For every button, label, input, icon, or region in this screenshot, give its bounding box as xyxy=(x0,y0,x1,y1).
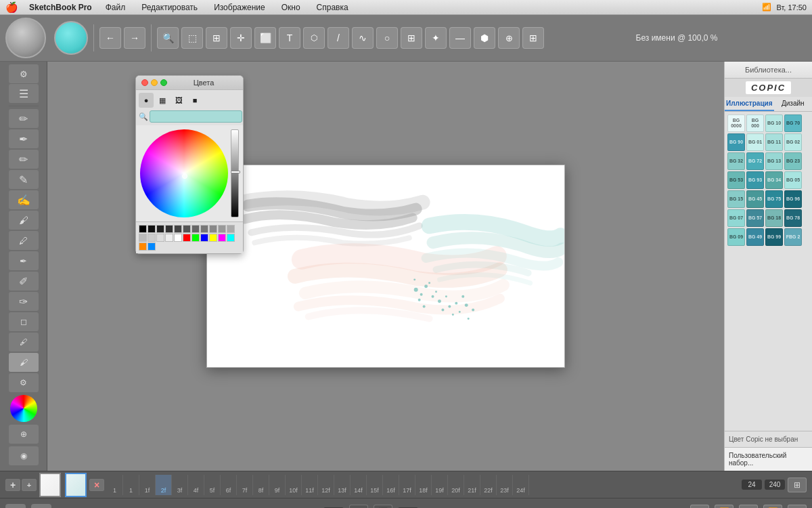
color-wheel[interactable] xyxy=(140,129,228,217)
tool-extra-1[interactable]: ⚙ xyxy=(9,373,39,392)
frame-11[interactable]: 9f xyxy=(269,475,286,495)
frame-26[interactable]: 24f xyxy=(513,475,529,495)
copic-swatch-6[interactable]: BG 11 xyxy=(765,133,783,151)
copic-tab-design[interactable]: Дизайн xyxy=(774,97,812,111)
frame-15[interactable]: 13f xyxy=(334,475,351,495)
copic-swatch-10[interactable]: BG 13 xyxy=(765,152,783,170)
frame-6[interactable]: 4f xyxy=(188,475,204,495)
color-swatch-15[interactable] xyxy=(174,234,182,242)
color-swatch-4[interactable] xyxy=(174,225,182,233)
add-keyframe-button[interactable]: + xyxy=(22,479,37,491)
color-swatch-10[interactable] xyxy=(227,225,235,233)
layers-button[interactable]: ⊞ xyxy=(522,27,544,49)
color-circle-teal[interactable] xyxy=(54,21,88,55)
color-swatch-20[interactable] xyxy=(218,234,226,242)
color-swatch-0[interactable] xyxy=(139,225,147,233)
color-swatch-5[interactable] xyxy=(183,225,191,233)
copic-swatch-15[interactable]: BG 05 xyxy=(784,171,802,189)
fill-button[interactable]: ⬢ xyxy=(474,27,495,49)
canvas-area[interactable]: Цвета ● ▦ 🖼 ■ 🔍 xyxy=(47,62,724,471)
copic-swatch-18[interactable]: BG 75 xyxy=(765,190,783,208)
frame-5[interactable]: 3f xyxy=(172,475,188,495)
menu-image[interactable]: Изображение xyxy=(211,3,268,12)
color-tab-image[interactable]: 🖼 xyxy=(171,93,186,108)
color-swatch-6[interactable] xyxy=(191,225,200,233)
color-swatch-18[interactable] xyxy=(200,234,208,242)
color-swatch-7[interactable] xyxy=(200,225,208,233)
frame-21[interactable]: 19f xyxy=(432,475,448,495)
copic-custom-set[interactable]: Пользовательский набор... xyxy=(725,447,812,471)
copic-swatch-27[interactable]: FBG 2 xyxy=(784,228,802,246)
add-frame-button[interactable]: + xyxy=(5,479,20,491)
copic-tab-illustration[interactable]: Иллюстрация xyxy=(725,97,774,111)
color-tab-wheel[interactable]: ● xyxy=(139,93,154,108)
menu-file[interactable]: Файл xyxy=(103,3,129,12)
apple-menu[interactable]: 🍎 xyxy=(5,1,18,14)
tool-extra-2[interactable]: ⊕ xyxy=(9,425,39,444)
redo-button[interactable]: → xyxy=(124,27,145,49)
color-swatch-16[interactable] xyxy=(183,234,191,242)
tool-eraser[interactable]: ◻ xyxy=(9,312,39,331)
mini-color-wheel[interactable] xyxy=(10,395,37,422)
ellipse-button[interactable]: ○ xyxy=(376,27,398,49)
copic-swatch-20[interactable]: BG 07 xyxy=(727,209,745,227)
copic-swatch-12[interactable]: BG 53 xyxy=(727,171,745,189)
color-swatch-21[interactable] xyxy=(227,234,235,242)
copic-swatch-1[interactable]: BG 000 xyxy=(746,114,764,132)
color-wheel-selector[interactable] xyxy=(182,173,187,179)
tool-brush[interactable]: 🖋 xyxy=(9,333,39,352)
copic-swatch-3[interactable]: BG 70 xyxy=(784,114,802,132)
drawing-canvas[interactable] xyxy=(206,165,565,368)
color-swatch-22[interactable] xyxy=(139,242,147,251)
select-rect-button[interactable]: ⬚ xyxy=(181,27,203,49)
color-swatch-14[interactable] xyxy=(165,234,173,242)
line-button[interactable]: / xyxy=(328,27,349,49)
shape-button[interactable]: ⬡ xyxy=(303,27,325,49)
app-name[interactable]: SketchBook Pro xyxy=(29,3,92,12)
tool-pencil-7[interactable]: 🖊 xyxy=(9,231,39,250)
color-swatch-3[interactable] xyxy=(165,225,173,233)
color-search-input[interactable] xyxy=(150,110,242,123)
zoom-button[interactable]: 🔍 xyxy=(157,27,179,49)
undo-button[interactable]: ← xyxy=(99,27,121,49)
tool-marker[interactable]: 🖌 xyxy=(9,353,39,372)
frame-24[interactable]: 22f xyxy=(480,475,497,495)
color-swatch-11[interactable] xyxy=(139,234,147,242)
remove-frame-button[interactable]: × xyxy=(89,479,104,491)
color-swatch-9[interactable] xyxy=(218,225,226,233)
copic-swatch-16[interactable]: BG 15 xyxy=(727,190,745,208)
close-button[interactable] xyxy=(141,79,148,86)
color-circle-gray[interactable] xyxy=(5,18,46,58)
tool-pencil-3[interactable]: ✏ xyxy=(9,150,39,169)
frame-3[interactable]: 1f xyxy=(139,475,156,495)
color-swatch-19[interactable] xyxy=(209,234,217,242)
copic-swatch-13[interactable]: BG 93 xyxy=(746,171,764,189)
frame-22[interactable]: 20f xyxy=(448,475,464,495)
brightness-slider[interactable] xyxy=(231,129,239,217)
frame-25[interactable]: 23f xyxy=(497,475,513,495)
copic-swatch-11[interactable]: BG 23 xyxy=(784,152,802,170)
tool-pencil-9[interactable]: ✐ xyxy=(9,272,39,291)
copic-swatch-2[interactable]: BG 10 xyxy=(765,114,783,132)
move-button[interactable]: ✛ xyxy=(230,27,252,49)
library-label[interactable]: Библиотека... xyxy=(745,66,792,74)
tool-pencil-2[interactable]: ✒ xyxy=(9,129,39,148)
color-swatch-12[interactable] xyxy=(148,234,156,242)
select-lasso-button[interactable]: ⊞ xyxy=(206,27,227,49)
tool-settings[interactable]: ⚙ xyxy=(9,64,39,83)
menu-window[interactable]: Окно xyxy=(279,3,303,12)
frame-9[interactable]: 7f xyxy=(237,475,253,495)
frame-4[interactable]: 2f xyxy=(156,475,172,495)
maximize-button[interactable] xyxy=(160,79,167,86)
frame-10[interactable]: 8f xyxy=(253,475,269,495)
tool-pencil-1[interactable]: ✏ xyxy=(9,109,39,128)
tool-pencil-8[interactable]: ✒ xyxy=(9,251,39,270)
color-tab-palette[interactable]: ■ xyxy=(187,93,202,108)
copic-swatch-26[interactable]: BG 99 xyxy=(765,228,783,246)
tool-pencil-4[interactable]: ✎ xyxy=(9,170,39,189)
copic-swatch-4[interactable]: BG 90 xyxy=(727,133,745,151)
copic-swatch-22[interactable]: BG 18 xyxy=(765,209,783,227)
ruler-button[interactable]: — xyxy=(449,27,471,49)
frame-7[interactable]: 5f xyxy=(204,475,221,495)
minimize-button[interactable] xyxy=(151,79,158,86)
